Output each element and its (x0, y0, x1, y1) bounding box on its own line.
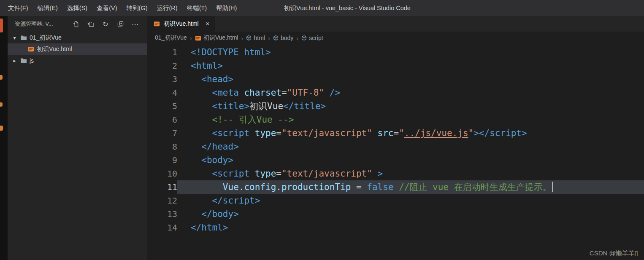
code-line-content: </body> (177, 207, 644, 221)
code-line-content: <head> (177, 72, 644, 86)
menu-item[interactable]: 运行(R) (152, 4, 182, 12)
chevron-icon: ▾ (12, 35, 17, 41)
code-line-content: <meta charset="UTF-8" /> (177, 86, 644, 99)
line-number: 3 (147, 72, 177, 86)
code-line[interactable]: 2<html> (147, 59, 644, 72)
breadcrumb-item[interactable]: 01_初识Vue (155, 34, 187, 42)
tab-bar: 初识Vue.html × (147, 16, 644, 32)
line-number: 1 (147, 46, 177, 59)
line-number: 12 (147, 194, 177, 207)
menu-item[interactable]: 文件(F) (3, 4, 33, 12)
screen-edge-artifact (0, 126, 3, 131)
menu-item[interactable]: 终端(T) (182, 4, 212, 12)
code-line[interactable]: 11 Vue.config.productionTip = false //阻止… (147, 180, 644, 194)
more-actions-icon[interactable]: ⋯ (131, 20, 139, 28)
breadcrumb-separator-icon: › (190, 35, 192, 42)
menu-item[interactable]: 选择(S) (62, 4, 92, 12)
line-number: 14 (147, 221, 177, 234)
code-line-content: <script type="text/javascript" > (177, 167, 644, 180)
activity-bar (0, 16, 8, 260)
code-line-content: <!DOCTYPE html> (177, 46, 644, 59)
screen-edge-artifact (0, 102, 3, 107)
line-number: 9 (147, 153, 177, 167)
code-line[interactable]: 3 <head> (147, 72, 644, 86)
line-number: 7 (147, 126, 177, 140)
folder-icon (20, 35, 27, 40)
code-line[interactable]: 7 <script type="text/javascript" src="..… (147, 126, 644, 140)
menu-item[interactable]: 查看(V) (92, 4, 122, 12)
code-area[interactable]: 1<!DOCTYPE html>2<html>3 <head>4 <meta c… (147, 44, 644, 234)
breadcrumb-label: 01_初识Vue (155, 34, 187, 42)
symbol-icon (301, 35, 307, 41)
code-line[interactable]: 12 </script> (147, 194, 644, 207)
tree-item-label: 01_初识Vue (30, 34, 62, 42)
code-line-content: </head> (177, 140, 644, 153)
line-number: 11 (147, 180, 177, 194)
breadcrumb-separator-icon: › (241, 35, 243, 42)
code-line-content: <script type="text/javascript" src="../j… (177, 126, 644, 140)
menu-item[interactable]: 转到(G) (122, 4, 152, 12)
line-number: 8 (147, 140, 177, 153)
line-number: 5 (147, 99, 177, 113)
breadcrumb-item[interactable]: script (301, 35, 323, 41)
file-tree: ▾01_初识Vue初识Vue.html▸js (8, 32, 147, 66)
line-number: 6 (147, 113, 177, 126)
screen-edge-artifact (0, 19, 3, 32)
code-line[interactable]: 14</html> (147, 221, 644, 234)
close-icon[interactable]: × (206, 20, 210, 27)
menu-item[interactable]: 帮助(H) (211, 4, 241, 12)
breadcrumb-separator-icon: › (296, 35, 298, 42)
html-file-icon (153, 21, 160, 27)
line-number: 4 (147, 86, 177, 99)
symbol-icon (273, 35, 279, 41)
explorer-header-actions: ↻⋯ (72, 20, 139, 28)
breadcrumb-label: script (309, 35, 323, 41)
code-line[interactable]: 1<!DOCTYPE html> (147, 46, 644, 59)
tree-item-file[interactable]: 初识Vue.html (8, 43, 147, 55)
new-file-icon[interactable] (72, 20, 80, 28)
html-file-icon (27, 46, 35, 52)
tree-item-folder[interactable]: ▸js (8, 55, 147, 66)
watermark: CSDN @懒羊羊▯ (590, 249, 638, 257)
code-line[interactable]: 13 </body> (147, 207, 644, 221)
breadcrumb-label: body (281, 35, 293, 41)
tab-active-file[interactable]: 初识Vue.html × (147, 16, 215, 32)
line-number: 2 (147, 59, 177, 72)
breadcrumb-separator-icon: › (268, 35, 270, 42)
breadcrumb-item[interactable]: body (273, 35, 293, 41)
code-line[interactable]: 10 <script type="text/javascript" > (147, 167, 644, 180)
tab-label: 初识Vue.html (164, 20, 199, 28)
refresh-icon[interactable]: ↻ (102, 20, 109, 28)
text-cursor (552, 182, 553, 192)
line-number: 10 (147, 167, 177, 180)
sidebar-explorer: 资源管理器: V... ↻⋯ ▾01_初识Vue初识Vue.html▸js (8, 16, 147, 260)
folder-icon (20, 58, 27, 63)
new-folder-icon[interactable] (87, 20, 95, 28)
tree-item-folder[interactable]: ▾01_初识Vue (8, 32, 147, 43)
code-line-content: <!-- 引入Vue --> (177, 113, 644, 126)
editor-group: 初识Vue.html × 01_初识Vue›初识Vue.html›html›bo… (147, 16, 644, 260)
breadcrumb-label: html (254, 35, 265, 41)
collapse-folders-icon[interactable] (116, 20, 124, 28)
chevron-icon: ▸ (12, 58, 17, 64)
breadcrumb-item[interactable]: html (246, 35, 265, 41)
code-line[interactable]: 8 </head> (147, 140, 644, 153)
code-line[interactable]: 9 <body> (147, 153, 644, 167)
code-line[interactable]: 5 <title>初识Vue</title> (147, 99, 644, 113)
code-line-content: <html> (177, 59, 644, 72)
code-line[interactable]: 6 <!-- 引入Vue --> (147, 113, 644, 126)
code-line-content: <title>初识Vue</title> (177, 99, 644, 113)
explorer-header: 资源管理器: V... ↻⋯ (8, 16, 147, 32)
code-line[interactable]: 4 <meta charset="UTF-8" /> (147, 86, 644, 99)
line-number: 13 (147, 207, 177, 221)
tree-item-label: js (30, 57, 34, 64)
explorer-title: 资源管理器: V... (15, 20, 53, 28)
tree-item-label: 初识Vue.html (37, 46, 72, 53)
breadcrumb-label: 初识Vue.html (203, 34, 238, 42)
html-file-icon (195, 35, 201, 41)
breadcrumb-item[interactable]: 初识Vue.html (195, 34, 238, 42)
menu-item[interactable]: 编辑(E) (33, 4, 62, 12)
screen-edge-artifact (0, 75, 3, 80)
title-bar: 文件(F)编辑(E)选择(S)查看(V)转到(G)运行(R)终端(T)帮助(H)… (0, 0, 644, 16)
menu-bar: 文件(F)编辑(E)选择(S)查看(V)转到(G)运行(R)终端(T)帮助(H) (0, 4, 241, 12)
